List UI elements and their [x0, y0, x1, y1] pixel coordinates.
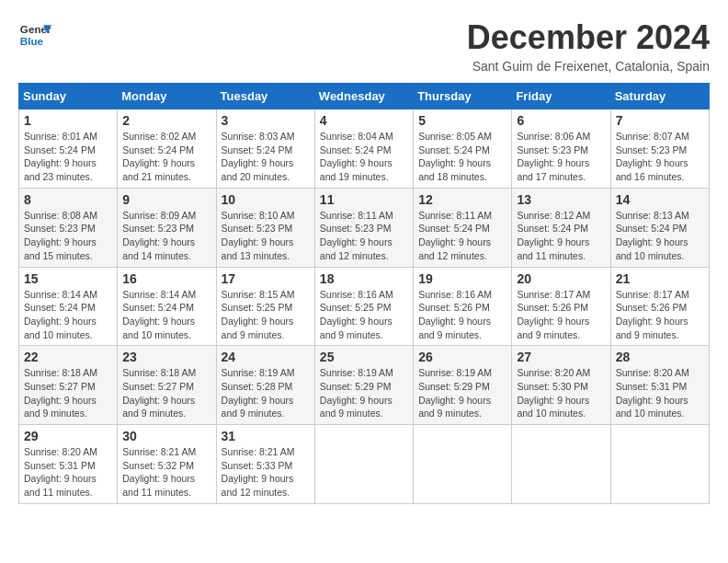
day-info: Sunrise: 8:12 AM Sunset: 5:24 PM Dayligh… — [517, 209, 605, 263]
logo-icon: General Blue — [18, 18, 51, 52]
day-info: Sunrise: 8:18 AM Sunset: 5:27 PM Dayligh… — [122, 366, 210, 420]
calendar-cell: 5 Sunrise: 8:05 AM Sunset: 5:24 PM Dayli… — [414, 109, 512, 189]
day-number: 20 — [517, 271, 605, 286]
day-number: 10 — [222, 192, 310, 207]
day-number: 17 — [222, 271, 310, 286]
day-number: 7 — [616, 113, 704, 128]
calendar-week-row: 15 Sunrise: 8:14 AM Sunset: 5:24 PM Dayl… — [19, 267, 710, 346]
day-info: Sunrise: 8:10 AM Sunset: 5:23 PM Dayligh… — [222, 209, 310, 263]
day-info: Sunrise: 8:13 AM Sunset: 5:24 PM Dayligh… — [616, 209, 704, 263]
day-number: 27 — [517, 350, 605, 364]
calendar-cell: 9 Sunrise: 8:09 AM Sunset: 5:23 PM Dayli… — [118, 188, 216, 267]
calendar-cell: 16 Sunrise: 8:14 AM Sunset: 5:24 PM Dayl… — [118, 267, 216, 346]
day-number: 1 — [24, 113, 112, 128]
calendar-week-row: 29 Sunrise: 8:20 AM Sunset: 5:31 PM Dayl… — [19, 425, 710, 504]
location: Sant Guim de Freixenet, Catalonia, Spain — [467, 59, 710, 74]
calendar-cell: 24 Sunrise: 8:19 AM Sunset: 5:28 PM Dayl… — [216, 346, 314, 425]
day-info: Sunrise: 8:02 AM Sunset: 5:24 PM Dayligh… — [122, 130, 210, 184]
calendar-cell: 31 Sunrise: 8:21 AM Sunset: 5:33 PM Dayl… — [216, 425, 314, 504]
page-header: General Blue December 2024 Sant Guim de … — [18, 18, 710, 74]
calendar-cell: 19 Sunrise: 8:16 AM Sunset: 5:26 PM Dayl… — [414, 267, 512, 346]
day-info: Sunrise: 8:21 AM Sunset: 5:32 PM Dayligh… — [122, 445, 210, 500]
day-info: Sunrise: 8:14 AM Sunset: 5:24 PM Dayligh… — [122, 288, 210, 342]
day-info: Sunrise: 8:04 AM Sunset: 5:24 PM Dayligh… — [320, 130, 408, 184]
weekday-header-wednesday: Wednesday — [314, 84, 413, 109]
day-info: Sunrise: 8:11 AM Sunset: 5:23 PM Dayligh… — [320, 209, 408, 263]
day-info: Sunrise: 8:15 AM Sunset: 5:25 PM Dayligh… — [222, 288, 310, 342]
day-number: 8 — [24, 192, 112, 207]
day-info: Sunrise: 8:19 AM Sunset: 5:28 PM Dayligh… — [222, 366, 310, 420]
svg-text:Blue: Blue — [20, 35, 44, 47]
calendar-cell: 7 Sunrise: 8:07 AM Sunset: 5:23 PM Dayli… — [610, 109, 709, 189]
day-number: 6 — [517, 113, 605, 128]
month-title: December 2024 — [467, 18, 710, 57]
day-number: 25 — [320, 350, 408, 364]
calendar-cell — [610, 425, 709, 504]
day-info: Sunrise: 8:06 AM Sunset: 5:23 PM Dayligh… — [517, 130, 605, 184]
weekday-header-sunday: Sunday — [19, 84, 118, 109]
day-number: 4 — [320, 113, 408, 128]
calendar-cell: 11 Sunrise: 8:11 AM Sunset: 5:23 PM Dayl… — [314, 188, 413, 267]
day-number: 28 — [616, 350, 704, 364]
calendar-cell: 23 Sunrise: 8:18 AM Sunset: 5:27 PM Dayl… — [118, 346, 216, 425]
day-number: 30 — [122, 429, 210, 443]
calendar-cell — [414, 425, 512, 504]
day-info: Sunrise: 8:16 AM Sunset: 5:25 PM Dayligh… — [320, 288, 408, 342]
calendar-cell: 17 Sunrise: 8:15 AM Sunset: 5:25 PM Dayl… — [216, 267, 314, 346]
day-number: 5 — [418, 113, 506, 128]
day-info: Sunrise: 8:16 AM Sunset: 5:26 PM Dayligh… — [418, 288, 506, 342]
day-number: 21 — [616, 271, 704, 286]
calendar-cell: 28 Sunrise: 8:20 AM Sunset: 5:31 PM Dayl… — [610, 346, 709, 425]
day-number: 24 — [222, 350, 310, 364]
calendar-cell: 10 Sunrise: 8:10 AM Sunset: 5:23 PM Dayl… — [216, 188, 314, 267]
day-number: 26 — [418, 350, 506, 364]
calendar-cell: 1 Sunrise: 8:01 AM Sunset: 5:24 PM Dayli… — [19, 109, 118, 189]
calendar-cell: 26 Sunrise: 8:19 AM Sunset: 5:29 PM Dayl… — [414, 346, 512, 425]
day-info: Sunrise: 8:20 AM Sunset: 5:31 PM Dayligh… — [616, 366, 704, 420]
day-number: 2 — [122, 113, 210, 128]
day-number: 16 — [122, 271, 210, 286]
calendar-cell: 30 Sunrise: 8:21 AM Sunset: 5:32 PM Dayl… — [118, 425, 216, 504]
weekday-header-tuesday: Tuesday — [216, 84, 314, 109]
calendar-cell: 2 Sunrise: 8:02 AM Sunset: 5:24 PM Dayli… — [118, 109, 216, 189]
day-info: Sunrise: 8:17 AM Sunset: 5:26 PM Dayligh… — [616, 288, 704, 342]
day-info: Sunrise: 8:08 AM Sunset: 5:23 PM Dayligh… — [24, 209, 112, 263]
day-number: 23 — [122, 350, 210, 364]
day-number: 31 — [222, 429, 310, 443]
weekday-header-monday: Monday — [118, 84, 216, 109]
title-block: December 2024 Sant Guim de Freixenet, Ca… — [467, 18, 710, 74]
day-info: Sunrise: 8:07 AM Sunset: 5:23 PM Dayligh… — [616, 130, 704, 184]
weekday-header-saturday: Saturday — [610, 84, 709, 109]
calendar-cell: 20 Sunrise: 8:17 AM Sunset: 5:26 PM Dayl… — [512, 267, 610, 346]
calendar-cell: 18 Sunrise: 8:16 AM Sunset: 5:25 PM Dayl… — [314, 267, 413, 346]
day-number: 14 — [616, 192, 704, 207]
day-number: 13 — [517, 192, 605, 207]
calendar-cell: 3 Sunrise: 8:03 AM Sunset: 5:24 PM Dayli… — [216, 109, 314, 189]
day-number: 15 — [24, 271, 112, 286]
calendar-cell: 4 Sunrise: 8:04 AM Sunset: 5:24 PM Dayli… — [314, 109, 413, 189]
day-info: Sunrise: 8:11 AM Sunset: 5:24 PM Dayligh… — [418, 209, 506, 263]
calendar-cell — [314, 425, 413, 504]
day-number: 18 — [320, 271, 408, 286]
day-info: Sunrise: 8:18 AM Sunset: 5:27 PM Dayligh… — [24, 366, 112, 420]
day-info: Sunrise: 8:14 AM Sunset: 5:24 PM Dayligh… — [24, 288, 112, 342]
calendar-cell — [512, 425, 610, 504]
day-info: Sunrise: 8:20 AM Sunset: 5:30 PM Dayligh… — [517, 366, 605, 420]
calendar-cell: 25 Sunrise: 8:19 AM Sunset: 5:29 PM Dayl… — [314, 346, 413, 425]
day-info: Sunrise: 8:20 AM Sunset: 5:31 PM Dayligh… — [24, 445, 112, 500]
day-info: Sunrise: 8:01 AM Sunset: 5:24 PM Dayligh… — [24, 130, 112, 184]
day-number: 29 — [24, 429, 112, 443]
calendar-table: SundayMondayTuesdayWednesdayThursdayFrid… — [18, 83, 710, 504]
calendar-cell: 14 Sunrise: 8:13 AM Sunset: 5:24 PM Dayl… — [610, 188, 709, 267]
calendar-cell: 6 Sunrise: 8:06 AM Sunset: 5:23 PM Dayli… — [512, 109, 610, 189]
calendar-cell: 8 Sunrise: 8:08 AM Sunset: 5:23 PM Dayli… — [19, 188, 118, 267]
day-info: Sunrise: 8:19 AM Sunset: 5:29 PM Dayligh… — [418, 366, 506, 420]
day-info: Sunrise: 8:21 AM Sunset: 5:33 PM Dayligh… — [222, 445, 310, 500]
day-info: Sunrise: 8:09 AM Sunset: 5:23 PM Dayligh… — [122, 209, 210, 263]
day-info: Sunrise: 8:19 AM Sunset: 5:29 PM Dayligh… — [320, 366, 408, 420]
day-number: 9 — [122, 192, 210, 207]
calendar-cell: 29 Sunrise: 8:20 AM Sunset: 5:31 PM Dayl… — [19, 425, 118, 504]
calendar-cell: 21 Sunrise: 8:17 AM Sunset: 5:26 PM Dayl… — [610, 267, 709, 346]
calendar-week-row: 22 Sunrise: 8:18 AM Sunset: 5:27 PM Dayl… — [19, 346, 710, 425]
logo: General Blue — [18, 18, 51, 52]
